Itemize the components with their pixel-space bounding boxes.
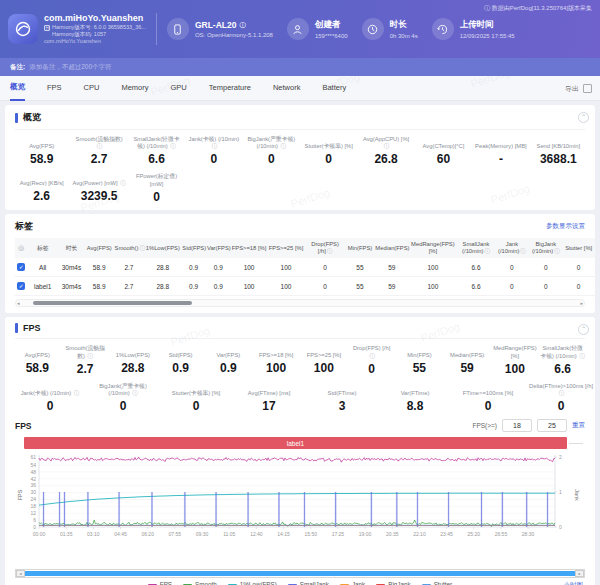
scroll-right-arrow[interactable]: ▸: [580, 300, 583, 306]
svg-text:48: 48: [30, 469, 36, 475]
metric-label: 1%Low(FPS): [111, 345, 156, 359]
metric-value: 2.7: [63, 362, 108, 376]
clock-icon: [362, 18, 384, 40]
legend-label: SmallJank: [300, 581, 329, 585]
svg-text:42: 42: [30, 476, 36, 482]
legend-label: FPS: [160, 581, 172, 585]
info-icon[interactable]: ⓘ: [97, 143, 103, 149]
scrollbar-thumb[interactable]: [33, 301, 192, 305]
tab-memory[interactable]: Memory: [121, 76, 148, 101]
info-icon[interactable]: ⓘ: [139, 245, 145, 251]
labels-section: 标签 参数显示设置 ◎标签时长Avg(FPS)Smooth()ⓘ1%Low(FP…: [5, 214, 595, 313]
table-cell: 0.9: [181, 258, 206, 277]
info-icon[interactable]: ⓘ: [212, 143, 218, 149]
svg-text:12:40: 12:40: [250, 531, 263, 537]
metric-label: FPS>=25 [%]: [302, 345, 347, 359]
labels-title: 标签: [15, 220, 33, 233]
metric-value: 6.6: [540, 362, 585, 376]
svg-text:12: 12: [30, 510, 36, 516]
info-icon[interactable]: ⓘ: [520, 248, 526, 254]
duration-value: 0h 30m 4s: [390, 33, 418, 39]
remark-input[interactable]: 备注: 添加备注，不超过200个字符: [0, 58, 600, 76]
tab-battery[interactable]: Battery: [322, 76, 346, 101]
column-header: MedRange(FPS)[%]: [409, 238, 456, 258]
legend-item-fps[interactable]: FPS: [148, 581, 172, 585]
metric-label: SmallJank(轻微卡顿) (/10min) ⓘ: [540, 345, 585, 359]
metric: FPS>=18 [%]100: [254, 345, 299, 375]
table-cell: 58.9: [85, 277, 114, 296]
tab-network[interactable]: Network: [273, 76, 301, 101]
info-icon[interactable]: ⓘ: [484, 248, 490, 254]
metric-value: 0: [15, 399, 85, 413]
legend-item-jank[interactable]: Jank: [340, 581, 365, 585]
duration-block: 时长 0h 30m 4s: [362, 18, 418, 40]
metric-value: 58.9: [15, 361, 60, 375]
info-icon[interactable]: ⓘ: [384, 143, 390, 149]
chart-scroll-right-button[interactable]: ▸: [575, 570, 584, 577]
chart-scrollbar-bar[interactable]: [25, 571, 575, 576]
info-icon[interactable]: ⓘ: [369, 353, 375, 359]
legend-item-stutter[interactable]: Stutter: [422, 581, 453, 585]
table-horizontal-scrollbar[interactable]: ◂ ▸: [15, 299, 585, 307]
metric-value: 8.8: [380, 399, 450, 413]
legend-item-smooth[interactable]: Smooth: [183, 581, 217, 585]
reset-link[interactable]: 重置: [572, 421, 585, 430]
metric-value: 0: [453, 399, 523, 413]
device-info-icon[interactable]: ⓘ: [239, 21, 245, 30]
metric-label: Jank(卡顿) (/10min) ⓘ: [15, 383, 85, 397]
legend-item-bigjank[interactable]: BigJank: [376, 581, 410, 585]
metric-value: 0: [349, 362, 394, 376]
fps-line-chart[interactable]: 06121824303642485461012FPSJank00:0001:35…: [15, 451, 585, 563]
legend-item-smalljank[interactable]: SmallJank: [288, 581, 329, 585]
scroll-left-arrow[interactable]: ◂: [17, 300, 20, 306]
svg-text:6: 6: [33, 517, 36, 523]
info-icon[interactable]: ⓘ: [327, 248, 333, 254]
info-icon[interactable]: ⓘ: [88, 353, 94, 359]
table-cell: 55: [346, 277, 375, 296]
table-cell: 100: [268, 258, 305, 277]
chart-legend: FPSSmooth1%Low(FPS)SmallJankJankBigJankS…: [15, 581, 585, 585]
metric: FPS>=25 [%]100: [302, 345, 347, 375]
info-icon[interactable]: ⓘ: [559, 390, 565, 396]
svg-text:11:05: 11:05: [223, 531, 235, 537]
metric: Stutter(卡顿率) [%]0: [302, 136, 355, 166]
info-icon[interactable]: ⓘ: [579, 353, 585, 359]
fps-collapse-button[interactable]: ⌃: [578, 324, 589, 335]
info-icon[interactable]: ⓘ: [554, 248, 560, 254]
device-block: GRL-AL20ⓘ OS: OpenHarmony-5.1.1.208: [167, 18, 273, 40]
metric: SmallJank(轻微卡顿) (/10min) ⓘ6.6: [540, 345, 585, 375]
chart-horizontal-scrollbar[interactable]: ◂ ▸: [15, 569, 585, 578]
table-cell: 2.7: [114, 277, 145, 296]
table-cell: 100: [409, 258, 456, 277]
info-icon[interactable]: ⓘ: [170, 143, 176, 149]
tab-概览[interactable]: 概览: [10, 76, 25, 101]
metric-value: 17: [234, 399, 304, 413]
row-checkbox[interactable]: ✓: [17, 263, 25, 271]
row-checkbox[interactable]: ✓: [17, 282, 25, 290]
target-icon: ◎: [18, 244, 24, 251]
display-settings-link[interactable]: 参数显示设置: [546, 222, 585, 231]
hour-chart-link[interactable]: 小时图: [564, 581, 584, 585]
creator-block: 创建者 159****6400: [287, 18, 348, 40]
export-button[interactable]: 导出: [565, 76, 592, 101]
table-cell: [594, 277, 595, 296]
fps-threshold-low-input[interactable]: [502, 419, 532, 432]
collector-version-note: ⓘ 数据由PerfDog[11.3.250764]版本采集: [484, 4, 592, 13]
info-icon[interactable]: ⓘ: [132, 390, 138, 396]
tab-cpu[interactable]: CPU: [84, 76, 100, 101]
fps-threshold-high-input[interactable]: [537, 419, 567, 432]
metric-value: 60: [417, 152, 470, 166]
tab-fps[interactable]: FPS: [47, 76, 62, 101]
info-icon[interactable]: ⓘ: [74, 390, 80, 396]
metric-label: Stutter(卡顿率) [%]: [302, 136, 355, 150]
metric: FTime>=100ms [%]0: [453, 383, 523, 413]
overview-collapse-button[interactable]: ⌃: [578, 112, 589, 123]
tab-temperature[interactable]: Temperature: [209, 76, 251, 101]
info-icon[interactable]: ⓘ: [120, 180, 126, 186]
legend-item-1-low-fps-[interactable]: 1%Low(FPS): [228, 581, 277, 585]
column-header: Avg(FTime): [594, 238, 595, 258]
tab-gpu[interactable]: GPU: [171, 76, 187, 101]
table-cell: 28.8: [144, 277, 181, 296]
chart-scroll-left-button[interactable]: ◂: [16, 570, 25, 577]
info-icon[interactable]: ⓘ: [280, 143, 286, 149]
